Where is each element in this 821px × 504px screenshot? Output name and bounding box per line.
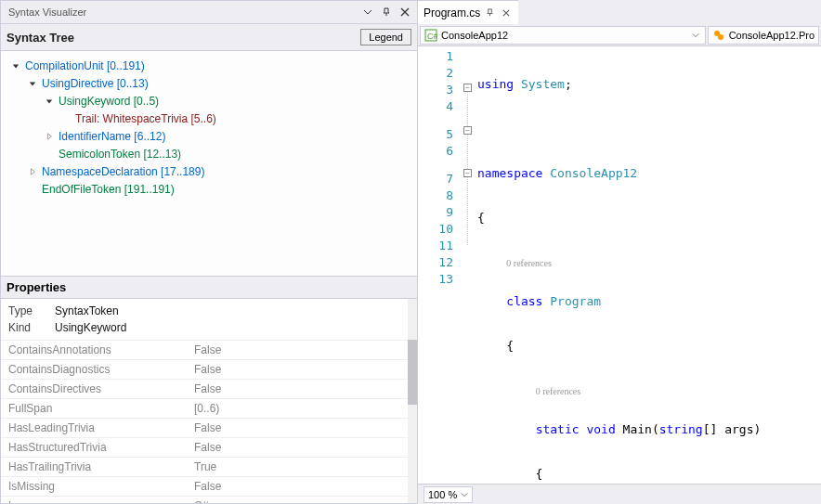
property-value: False — [194, 421, 410, 434]
chevron-down-icon — [692, 30, 701, 41]
dropdown-text: ConsoleApp12 — [441, 30, 692, 41]
project-dropdown[interactable]: C# ConsoleApp12 — [420, 26, 706, 45]
code-content[interactable]: using System; namespace ConsoleApp12 { 0… — [477, 46, 821, 484]
class-dropdown[interactable]: ConsoleApp12.Pro — [708, 26, 819, 45]
line-number: 4 — [418, 98, 453, 115]
property-grid-row[interactable]: LanguageC# — [1, 496, 417, 503]
pin-icon[interactable] — [378, 4, 395, 20]
syntax-visualizer-panel: Syntax Visualizer Syntax Tree Legend Com… — [0, 0, 418, 504]
property-key: IsMissing — [8, 480, 194, 493]
close-icon[interactable] — [397, 4, 413, 20]
property-value: [0..6) — [194, 402, 410, 415]
tree-label[interactable]: CompilationUnit [0..191) — [23, 59, 147, 72]
line-number: 8 — [418, 187, 453, 204]
collapse-icon[interactable] — [10, 60, 21, 71]
fold-toggle[interactable]: − — [463, 169, 472, 177]
line-number: 11 — [418, 238, 453, 254]
tree-spacer — [60, 113, 72, 124]
property-grid-row[interactable]: ContainsDiagnosticsFalse — [1, 359, 417, 379]
line-number: 9 — [418, 204, 453, 221]
tree-spacer — [44, 149, 55, 160]
codelens-references[interactable]: 0 references — [506, 258, 552, 268]
tabs-row: Program.cs — [418, 0, 821, 24]
zoom-dropdown[interactable]: 100 % — [424, 486, 473, 503]
collapse-icon[interactable] — [44, 96, 55, 107]
tree-node[interactable]: UsingDirective [0..13) — [5, 74, 413, 92]
property-grid-row[interactable]: ContainsDirectivesFalse — [1, 379, 417, 398]
property-value: UsingKeyword — [55, 321, 126, 334]
tree-node[interactable]: Trail: WhitespaceTrivia [5..6) — [5, 110, 413, 127]
property-key: HasStructuredTrivia — [8, 441, 194, 454]
dropdown-icon[interactable] — [359, 4, 376, 20]
class-icon — [712, 29, 725, 42]
scrollbar-thumb[interactable] — [408, 340, 417, 405]
tree-node[interactable]: CompilationUnit [0..191) — [5, 57, 413, 74]
tree-label[interactable]: EndOfFileToken [191..191) — [40, 183, 176, 196]
tab-label: Program.cs — [424, 6, 480, 19]
dropdown-text: ConsoleApp12.Pro — [729, 30, 814, 41]
line-number: 2 — [418, 65, 453, 82]
pin-icon[interactable] — [486, 6, 494, 19]
property-key: ContainsDiagnostics — [8, 363, 194, 376]
property-value: False — [194, 382, 410, 395]
svg-text:C#: C# — [427, 32, 437, 41]
tree-label[interactable]: SemicolonToken [12..13) — [57, 148, 183, 161]
tree-node[interactable]: SemicolonToken [12..13) — [5, 145, 413, 162]
property-grid-row[interactable]: HasTrailingTriviaTrue — [1, 457, 417, 476]
properties-header: Properties — [1, 276, 417, 299]
line-number: 6 — [418, 143, 453, 160]
navbar-row: C# ConsoleApp12 ConsoleApp12.Pro — [418, 24, 821, 46]
chevron-down-icon — [461, 491, 468, 498]
tree-label[interactable]: UsingKeyword [0..5) — [57, 95, 161, 108]
outline-column: − − − — [461, 46, 477, 484]
property-grid-row[interactable]: ContainsAnnotationsFalse — [1, 340, 417, 359]
codelens-references[interactable]: 0 references — [536, 386, 581, 396]
property-value: False — [194, 441, 410, 454]
legend-button[interactable]: Legend — [360, 29, 411, 45]
line-number: 3 — [418, 82, 453, 98]
tree-label[interactable]: IdentifierName [6..12) — [57, 130, 167, 143]
property-grid-row[interactable]: IsMissingFalse — [1, 476, 417, 496]
zoom-value: 100 % — [428, 489, 457, 500]
tree-label[interactable]: Trail: WhitespaceTrivia [5..6) — [73, 112, 218, 125]
syntax-tree[interactable]: CompilationUnit [0..191)UsingDirective [… — [1, 51, 417, 276]
property-grid-row[interactable]: HasLeadingTriviaFalse — [1, 418, 417, 437]
line-number: 12 — [418, 254, 453, 271]
property-value: SyntaxToken — [55, 304, 119, 317]
property-key: Kind — [8, 321, 55, 334]
property-value: False — [194, 480, 410, 493]
line-number: 5 — [418, 126, 453, 143]
section-title: Syntax Tree — [7, 31, 360, 45]
property-grid-row[interactable]: FullSpan[0..6) — [1, 398, 417, 418]
property-value: False — [194, 363, 410, 376]
fold-toggle[interactable]: − — [463, 126, 472, 135]
property-key: Type — [8, 304, 55, 317]
fold-toggle[interactable]: − — [463, 84, 472, 92]
editor-panel: Program.cs C# ConsoleApp12 ConsoleApp12.… — [418, 0, 821, 504]
zoom-bar: 100 % — [418, 484, 821, 504]
property-row: KindUsingKeyword — [8, 319, 410, 336]
line-number: 1 — [418, 48, 453, 65]
collapse-icon[interactable] — [27, 78, 38, 89]
tree-node[interactable]: UsingKeyword [0..5) — [5, 92, 413, 110]
tree-node[interactable]: IdentifierName [6..12) — [5, 127, 413, 145]
property-row: TypeSyntaxToken — [8, 303, 410, 319]
expand-icon[interactable] — [44, 131, 55, 142]
tab-program-cs[interactable]: Program.cs — [418, 0, 518, 24]
property-key: HasLeadingTrivia — [8, 421, 194, 434]
property-key: HasTrailingTrivia — [8, 460, 194, 473]
property-grid-row[interactable]: HasStructuredTriviaFalse — [1, 437, 417, 457]
tree-label[interactable]: NamespaceDeclaration [17..189) — [40, 165, 206, 178]
panel-header: Syntax Visualizer — [1, 1, 417, 23]
tree-node[interactable]: NamespaceDeclaration [17..189) — [5, 162, 413, 180]
tree-label[interactable]: UsingDirective [0..13) — [40, 77, 150, 90]
code-editor[interactable]: 12345678910111213 − − − using System; na… — [418, 46, 821, 484]
svg-point-3 — [718, 34, 723, 40]
close-icon[interactable] — [500, 6, 513, 19]
tree-node[interactable]: EndOfFileToken [191..191) — [5, 180, 413, 198]
property-key: ContainsAnnotations — [8, 343, 194, 356]
expand-icon[interactable] — [27, 166, 38, 177]
line-number: 13 — [418, 271, 453, 288]
line-gutter: 12345678910111213 — [418, 46, 461, 484]
property-value: True — [194, 460, 410, 473]
